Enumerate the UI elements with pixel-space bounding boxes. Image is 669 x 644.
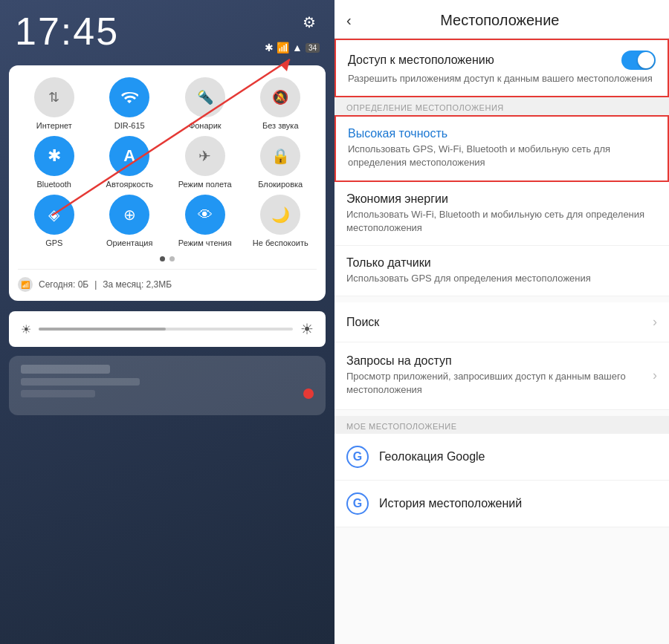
qs-item-airplane[interactable]: ✈ Режим полета [169,136,242,189]
signal-icon: 📶 [277,42,289,53]
google-history-content: История местоположений [379,497,657,510]
requests-item[interactable]: Запросы на доступ Просмотр приложений, з… [334,342,669,409]
qs-label-orientation: Ориентация [106,238,152,247]
left-panel: 17:45 ⚙ ✱ 📶 ▲ 34 ⇅ Интернет DIR-615 [0,0,334,644]
requests-chevron-icon: › [653,368,657,383]
access-title: Доступ к местоположению [348,53,494,67]
sensors-item[interactable]: Только датчики Использовать GPS для опре… [334,246,669,296]
qs-item-silent[interactable]: 🔕 Без звука [245,77,317,130]
qs-label-reading: Режим чтения [178,238,232,247]
high-accuracy-desc: Использовать GPS, Wi-Fi, Bluetooth и моб… [348,143,656,169]
qs-label-airplane: Режим полета [178,180,232,189]
brightness-high-icon: ☀ [300,320,314,338]
qs-label-bluetooth: Bluetooth [37,180,71,189]
gps-icon: ◈ [34,195,74,235]
data-today: Сегодня: 0Б [39,279,88,290]
wifi-status-icon: ▲ [292,42,303,53]
data-usage-row: 📶 Сегодня: 0Б | За месяц: 2,3МБ [18,269,317,292]
qs-item-gps[interactable]: ◈ GPS [18,195,91,247]
google-location-title: Геолокация Google [379,450,485,463]
brightness-bar[interactable]: ☀ ☀ [9,311,326,347]
bluetooth-icon: ✱ [34,136,74,176]
qs-label-silent: Без звука [262,121,299,130]
dnd-icon: 🌙 [260,195,300,235]
settings-icon[interactable]: ⚙ [299,12,320,33]
google-location-item[interactable]: G Геолокация Google [334,434,669,481]
qs-item-dnd[interactable]: 🌙 Не беспокоить [245,195,317,247]
qs-item-flashlight[interactable]: 🔦 Фонарик [169,77,242,130]
qs-label-gps: GPS [45,238,62,247]
battery-badge: 34 [306,43,320,53]
qs-label-lock: Блокировка [258,180,303,189]
status-bar: 17:45 ⚙ ✱ 📶 ▲ 34 [0,0,334,59]
requests-content: Запросы на доступ Просмотр приложений, з… [346,354,642,397]
airplane-icon: ✈ [185,136,225,176]
internet-icon: ⇅ [34,77,74,117]
status-icons: ✱ 📶 ▲ 34 [265,42,320,53]
requests-title: Запросы на доступ [346,354,642,368]
quick-settings-panel: ⇅ Интернет DIR-615 🔦 Фонарик 🔕 Без звука… [9,65,326,301]
sensors-desc: Использовать GPS для определения местопо… [346,272,657,285]
toggle-thumb [638,52,654,68]
qs-item-internet[interactable]: ⇅ Интернет [18,77,91,130]
location-toggle[interactable] [621,51,656,70]
qs-label-flashlight: Фонарик [189,121,222,130]
reading-icon: 👁 [185,195,225,235]
right-panel: ‹ Местоположение Доступ к местоположению… [334,0,669,644]
qs-item-bluetooth[interactable]: ✱ Bluetooth [18,136,91,189]
bluetooth-status-icon: ✱ [265,42,274,53]
brightness-low-icon: ☀ [21,322,31,336]
auto-brightness-icon: A [109,136,149,176]
brightness-track [39,328,293,331]
qs-item-brightness[interactable]: A Автояркость [94,136,167,189]
wifi-icon [109,77,149,117]
economy-desc: Использовать Wi-Fi, Bluetooth и мобильну… [346,208,657,235]
silent-icon: 🔕 [260,77,300,117]
qs-item-lock[interactable]: 🔒 Блокировка [245,136,317,189]
dot-2 [169,256,175,261]
qs-label-dnd: Не беспокоить [253,238,308,247]
access-location-item[interactable]: Доступ к местоположению Разрешить прилож… [334,39,669,97]
time-display: 17:45 [15,12,119,51]
page-title: Местоположение [361,12,639,29]
google-history-item[interactable]: G История местоположений [334,481,669,527]
google-history-title: История местоположений [379,497,522,510]
google-history-icon: G [346,492,369,515]
search-item[interactable]: Поиск › [334,302,669,342]
lock-icon: 🔒 [260,136,300,176]
sensors-title: Только датчики [346,256,431,270]
qs-label-brightness: Автояркость [106,180,153,189]
section-my-location: МОЕ МЕСТОПОЛОЖЕНИЕ [334,416,669,434]
qs-item-reading[interactable]: 👁 Режим чтения [169,195,242,247]
data-month: За месяц: 2,3МБ [103,279,172,290]
brightness-fill [39,328,166,331]
orientation-icon: ⊕ [109,195,149,235]
access-desc: Разрешить приложениям доступ к данным ва… [348,72,656,85]
section-determine: ОПРЕДЕЛЕНИЕ МЕСТОПОЛОЖЕНИЯ [334,97,669,115]
search-chevron-icon: › [653,314,657,330]
back-button[interactable]: ‹ [346,12,352,29]
search-content: Поиск [346,316,642,329]
high-accuracy-item[interactable]: Высокая точность Использовать GPS, Wi-Fi… [334,115,669,181]
economy-item[interactable]: Экономия энергии Использовать Wi-Fi, Blu… [334,182,669,246]
qs-item-wifi[interactable]: DIR-615 [94,77,167,130]
qs-item-orientation[interactable]: ⊕ Ориентация [94,195,167,247]
google-icon: G [346,446,369,468]
data-icon: 📶 [18,277,33,292]
notification-card [9,356,326,415]
qs-label-internet: Интернет [36,121,72,130]
google-location-content: Геолокация Google [379,450,657,464]
dot-1 [160,256,165,261]
high-accuracy-title: Высокая точность [348,127,447,140]
qs-grid: ⇅ Интернет DIR-615 🔦 Фонарик 🔕 Без звука… [18,77,317,247]
economy-title: Экономия энергии [346,192,448,206]
right-header: ‹ Местоположение [334,0,669,39]
page-dots [18,256,317,261]
qs-label-wifi: DIR-615 [114,121,145,130]
flashlight-icon: 🔦 [185,77,225,117]
search-title: Поиск [346,316,379,328]
requests-desc: Просмотр приложений, запросивших доступ … [346,370,642,397]
